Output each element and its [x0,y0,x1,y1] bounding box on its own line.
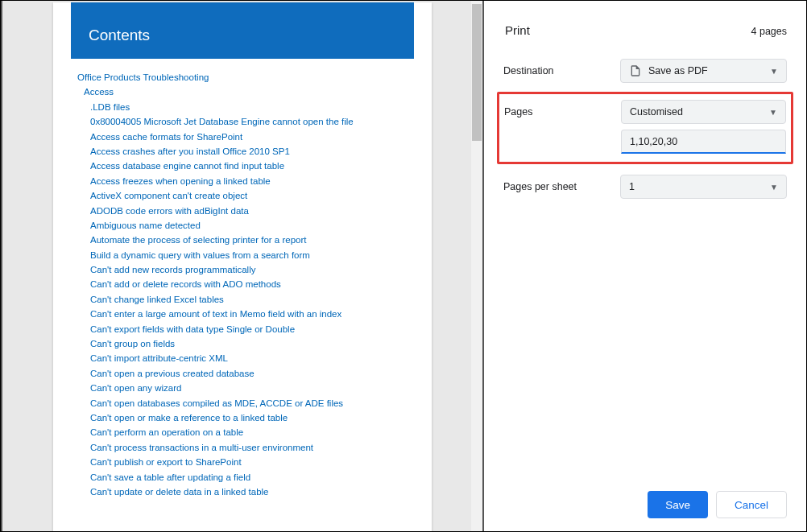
toc-link[interactable]: Build a dynamic query with values from a… [90,248,414,262]
pages-mode-value: Customised [630,106,683,118]
toc-link[interactable]: Access freezes when opening a linked tab… [90,174,414,188]
print-settings-pane: Print 4 pages Destination Save as PDF ▼ [484,1,806,531]
pages-mode-dropdown[interactable]: Customised ▼ [621,100,786,124]
toc-link[interactable]: Office Products Troubleshooting [77,70,414,85]
pdf-icon [629,64,642,77]
chevron-down-icon: ▼ [770,67,778,76]
toc-link[interactable]: Can't publish or export to SharePoint [90,455,414,469]
chevron-down-icon: ▼ [769,108,777,117]
toc-link[interactable]: Can't process transactions in a multi-us… [90,440,414,455]
pages-per-sheet-value: 1 [629,181,635,192]
preview-scrollbar[interactable] [471,1,482,531]
toc-link[interactable]: Can't export fields with data type Singl… [90,322,414,336]
preview-scrollbar-thumb[interactable] [472,4,482,141]
toc-link[interactable]: Can't add new records programmatically [90,262,414,277]
contents-header: Contents [71,2,414,59]
table-of-contents: Office Products TroubleshootingAccess.LD… [53,59,432,499]
toc-link[interactable]: Ambiguous name detected [90,218,414,233]
pages-label: Pages [504,106,621,118]
save-button[interactable]: Save [648,491,708,518]
pages-input[interactable] [621,130,786,154]
print-preview-pane: Contents Office Products Troubleshooting… [1,1,484,531]
toc-link[interactable]: Can't open databases compiled as MDE, AC… [90,396,414,410]
toc-link[interactable]: Can't group on fields [90,336,414,351]
toc-link[interactable]: Can't enter a large amount of text in Me… [90,307,414,321]
toc-link[interactable]: Can't open or make a reference to a link… [90,410,414,425]
toc-link[interactable]: Can't change linked Excel tables [90,292,414,307]
toc-link[interactable]: Access [84,85,414,99]
destination-dropdown[interactable]: Save as PDF ▼ [620,59,787,83]
toc-link[interactable]: Can't open a previous created database [90,366,414,381]
pages-per-sheet-dropdown[interactable]: 1 ▼ [620,175,787,199]
toc-link[interactable]: Automate the process of selecting printe… [90,233,414,247]
toc-link[interactable]: Can't add or delete records with ADO met… [90,277,414,291]
toc-link[interactable]: ActiveX component can't create object [90,188,414,203]
toc-link[interactable]: Access cache formats for SharePoint [90,130,414,144]
pages-per-sheet-label: Pages per sheet [503,181,620,192]
toc-link[interactable]: Access database engine cannot find input… [90,159,414,173]
toc-link[interactable]: Can't import attribute-centric XML [90,351,414,365]
toc-link[interactable]: ADODB code errors with adBigInt data [90,204,414,218]
destination-label: Destination [503,65,620,76]
pages-highlight: Pages Customised ▼ [497,92,793,164]
cancel-button[interactable]: Cancel [716,491,787,518]
destination-value: Save as PDF [648,65,708,76]
toc-link[interactable]: .LDB files [90,100,414,114]
toc-link[interactable]: Can't perform an operation on a table [90,425,414,439]
preview-page: Contents Office Products Troubleshooting… [53,2,432,531]
toc-link[interactable]: Access crashes after you install Office … [90,144,414,159]
preview-scroll-area[interactable]: Contents Office Products Troubleshooting… [2,1,482,531]
toc-link[interactable]: Can't open any wizard [90,381,414,395]
print-title: Print [505,23,530,37]
toc-link[interactable]: 0x80004005 Microsoft Jet Database Engine… [90,114,414,129]
toc-link[interactable]: Can't save a table after updating a fiel… [90,470,414,485]
page-count: 4 pages [751,26,787,37]
chevron-down-icon: ▼ [770,183,778,192]
toc-link[interactable]: Can't update or delete data in a linked … [90,485,414,499]
